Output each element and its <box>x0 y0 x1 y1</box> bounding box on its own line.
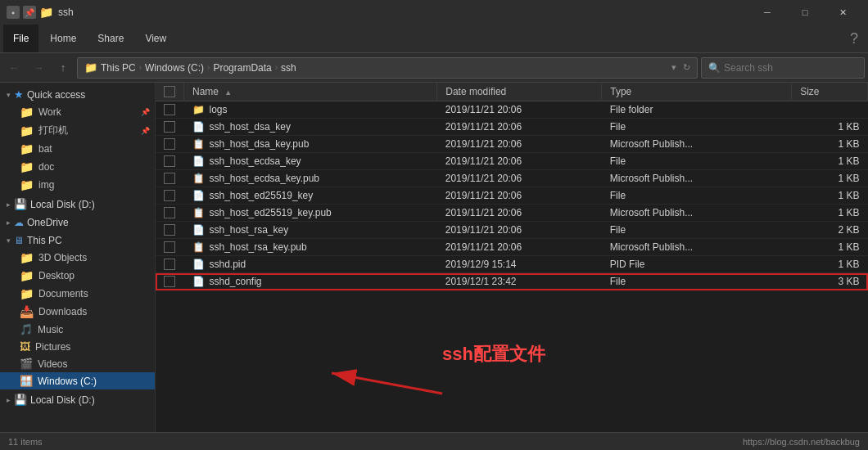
annotation-text: ssh配置文件 <box>442 342 545 367</box>
row-name-6: 📋 ssh_host_ed25519_key.pub <box>184 205 437 222</box>
sidebar-item-windows-c[interactable]: 🪟 Windows (C:) <box>0 372 155 389</box>
table-row[interactable]: 📄 sshd_config 2019/12/1 23:42 File 3 KB <box>156 273 868 290</box>
row-checkbox-4[interactable] <box>156 170 184 187</box>
ribbon-tab-share[interactable]: Share <box>88 25 133 52</box>
ribbon-tab-view[interactable]: View <box>135 25 176 52</box>
ribbon-help[interactable]: ? <box>843 30 865 47</box>
status-bar: 11 items https://blog.csdn.net/backbug <box>0 432 868 450</box>
file-checkbox-5[interactable] <box>164 190 175 201</box>
file-checkbox-9[interactable] <box>164 259 175 270</box>
sidebar-item-printer[interactable]: 📁 打印机 📌 <box>0 121 155 140</box>
pin-icon-work: 📌 <box>141 108 150 116</box>
row-checkbox-6[interactable] <box>156 205 184 222</box>
maximize-button[interactable]: □ <box>786 0 824 25</box>
sidebar-label-localdisk: Local Disk (D:) <box>30 199 95 210</box>
row-type-8: Microsoft Publish... <box>602 239 792 256</box>
address-folder-icon: 📁 <box>84 61 97 74</box>
sidebar-item-videos[interactable]: 🎬 Videos <box>0 355 155 372</box>
table-row[interactable]: 📄 ssh_host_dsa_key 2019/11/21 20:06 File… <box>156 119 868 136</box>
ribbon-tab-file[interactable]: File <box>3 25 38 52</box>
file-checkbox-1[interactable] <box>164 121 175 133</box>
file-checkbox-4[interactable] <box>164 173 175 184</box>
header-size[interactable]: Size <box>792 83 868 101</box>
sidebar-item-3dobjects[interactable]: 📁 3D Objects <box>0 249 155 267</box>
table-row[interactable]: 📄 ssh_host_ecdsa_key 2019/11/21 20:06 Fi… <box>156 153 868 170</box>
nav-bar: ← → ↑ 📁 This PC › Windows (C:) › Program… <box>0 53 868 83</box>
back-button[interactable]: ← <box>3 57 25 79</box>
sidebar-item-bat[interactable]: 📁 bat <box>0 140 155 158</box>
search-bar[interactable]: 🔍 Search ssh <box>701 57 865 79</box>
row-size-3: 1 KB <box>792 153 868 170</box>
select-all-checkbox[interactable] <box>164 86 175 97</box>
file-checkbox-2[interactable] <box>164 138 175 150</box>
row-name-0: 📁 logs <box>184 101 437 119</box>
row-checkbox-8[interactable] <box>156 239 184 256</box>
file-checkbox-0[interactable] <box>164 104 175 115</box>
row-checkbox-5[interactable] <box>156 187 184 205</box>
sidebar-item-desktop[interactable]: 📁 Desktop <box>0 267 155 285</box>
sidebar-item-downloads[interactable]: 📥 Downloads <box>0 303 155 321</box>
row-checkbox-7[interactable] <box>156 222 184 239</box>
sidebar-header-quickaccess[interactable]: ▾ ★ Quick access <box>0 86 155 103</box>
sidebar-item-work[interactable]: 📁 Work 📌 <box>0 103 155 121</box>
file-name-6: ssh_host_ed25519_key.pub <box>210 207 332 218</box>
table-row[interactable]: 📄 sshd.pid 2019/12/9 15:14 PID File 1 KB <box>156 256 868 273</box>
header-checkbox[interactable] <box>156 83 184 101</box>
row-checkbox-2[interactable] <box>156 136 184 153</box>
sidebar-header-thispc[interactable]: ▾ 🖥 This PC <box>0 232 155 249</box>
address-dropdown-icon[interactable]: ▾ <box>671 62 676 73</box>
sidebar-item-documents[interactable]: 📁 Documents <box>0 285 155 303</box>
folder-icon-img: 📁 <box>20 178 34 191</box>
forward-button[interactable]: → <box>28 57 49 79</box>
row-name-3: 📄 ssh_host_ecdsa_key <box>184 153 437 170</box>
address-refresh-icon[interactable]: ↻ <box>683 62 690 73</box>
file-checkbox-8[interactable] <box>164 241 175 253</box>
file-checkbox-6[interactable] <box>164 207 175 218</box>
row-checkbox-3[interactable] <box>156 153 184 170</box>
table-row[interactable]: 📋 ssh_host_ed25519_key.pub 2019/11/21 20… <box>156 205 868 222</box>
row-name-9: 📄 sshd.pid <box>184 256 437 273</box>
file-checkbox-10[interactable] <box>164 276 175 287</box>
sidebar-item-img[interactable]: 📁 img <box>0 176 155 194</box>
table-row[interactable]: 📋 ssh_host_dsa_key.pub 2019/11/21 20:06 … <box>156 136 868 153</box>
sidebar-item-pictures[interactable]: 🖼 Pictures <box>0 338 155 355</box>
table-row[interactable]: 📁 logs 2019/11/21 20:06 File folder <box>156 101 868 119</box>
ribbon-tab-home[interactable]: Home <box>40 25 86 52</box>
header-type[interactable]: Type <box>602 83 792 101</box>
row-date-7: 2019/11/21 20:06 <box>437 222 602 239</box>
title-bar-controls: ─ □ ✕ <box>748 0 861 25</box>
file-checkbox-3[interactable] <box>164 155 175 167</box>
row-name-5: 📄 ssh_host_ed25519_key <box>184 187 437 205</box>
row-date-3: 2019/11/21 20:06 <box>437 153 602 170</box>
file-checkbox-7[interactable] <box>164 224 175 236</box>
pin-icon-tb: 📌 <box>23 6 36 19</box>
file-table-header: Name ▲ Date modified Type Size <box>156 83 868 101</box>
close-button[interactable]: ✕ <box>824 0 861 25</box>
address-bar[interactable]: 📁 This PC › Windows (C:) › ProgramData ›… <box>77 57 698 79</box>
row-checkbox-9[interactable] <box>156 256 184 273</box>
file-name-9: sshd.pid <box>210 259 246 270</box>
sidebar-item-music[interactable]: 🎵 Music <box>0 321 155 338</box>
row-checkbox-0[interactable] <box>156 101 184 119</box>
row-size-7: 2 KB <box>792 222 868 239</box>
row-checkbox-1[interactable] <box>156 119 184 136</box>
sidebar-item-localdisk[interactable]: ▸ 💾 Local Disk (D:) <box>0 196 155 213</box>
up-button[interactable]: ↑ <box>52 57 74 79</box>
minimize-button[interactable]: ─ <box>748 0 786 25</box>
main-layout: ▾ ★ Quick access 📁 Work 📌 📁 打印机 📌 📁 bat … <box>0 83 868 432</box>
sidebar: ▾ ★ Quick access 📁 Work 📌 📁 打印机 📌 📁 bat … <box>0 83 156 432</box>
sidebar-item-doc[interactable]: 📁 doc <box>0 158 155 176</box>
header-name[interactable]: Name ▲ <box>184 83 437 101</box>
row-size-2: 1 KB <box>792 136 868 153</box>
table-row[interactable]: 📋 ssh_host_rsa_key.pub 2019/11/21 20:06 … <box>156 239 868 256</box>
sidebar-item-localdisk-bottom[interactable]: ▸ 💾 Local Disk (D:) <box>0 391 155 408</box>
address-part-windows: Windows (C:) <box>145 62 204 74</box>
table-row[interactable]: 📄 ssh_host_rsa_key 2019/11/21 20:06 File… <box>156 222 868 239</box>
header-date[interactable]: Date modified <box>437 83 602 101</box>
row-checkbox-10[interactable] <box>156 273 184 290</box>
table-row[interactable]: 📋 ssh_host_ecdsa_key.pub 2019/11/21 20:0… <box>156 170 868 187</box>
table-row[interactable]: 📄 ssh_host_ed25519_key 2019/11/21 20:06 … <box>156 187 868 205</box>
folder-icon-printer: 📁 <box>20 124 34 137</box>
sidebar-item-onedrive[interactable]: ▸ ☁ OneDrive <box>0 214 155 231</box>
address-sep-2: › <box>207 63 210 72</box>
